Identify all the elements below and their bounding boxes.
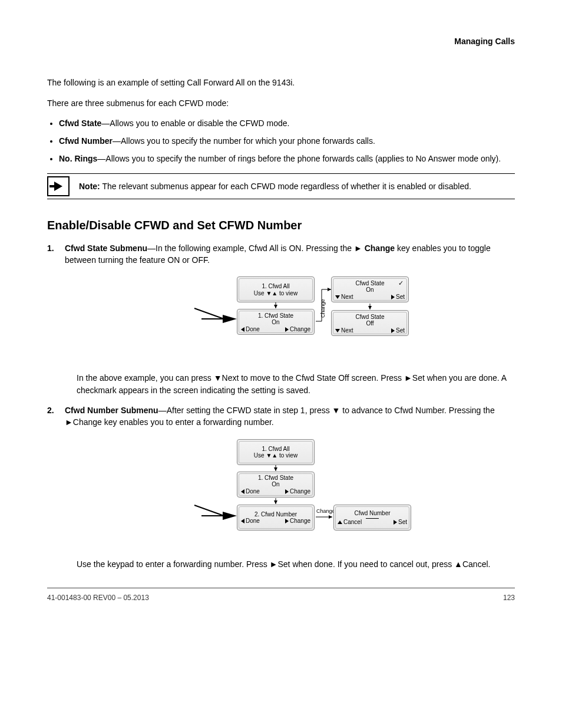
intro-line-1: The following is an example of setting C…: [47, 77, 515, 88]
page-header-right: Managing Calls: [47, 35, 515, 47]
lcd-line: 1. Cfwd All: [241, 446, 310, 453]
lcd-softkey-right: Set: [398, 519, 407, 525]
list-item: Cfwd State—Allows you to enable or disab…: [59, 117, 515, 129]
lcd-box-cfwd-state: 1. Cfwd StateOn Done Change: [237, 309, 315, 335]
lcd-line: Use ▼▲ to view: [241, 452, 310, 459]
lcd-line: Use ▼▲ to view: [241, 290, 310, 297]
diagram-cfwd-number: 1. Cfwd All Use ▼▲ to view 1. Cfwd State…: [47, 434, 515, 546]
step-label: Cfwd State Submenu: [65, 243, 147, 253]
step-body: —In the following example, Cfwd All is O…: [147, 243, 354, 253]
footer-right: 123: [503, 593, 515, 603]
lcd-softkey-left: Done: [246, 518, 260, 524]
step-1: 1. Cfwd State Submenu—In the following e…: [47, 242, 515, 266]
lcd-box-state-on: Cfwd StateOn Next ✓ Set: [331, 276, 409, 302]
desc: —Allows you to specify the number of rin…: [97, 154, 501, 163]
lcd-line: On: [366, 286, 373, 293]
edge-label-change: Change: [316, 508, 335, 515]
lcd-line: 1. Cfwd State: [258, 312, 293, 319]
lcd-box-cfwd-state: 1. Cfwd StateOn Done Change: [237, 472, 315, 498]
checkmark-icon: ✓: [398, 279, 404, 287]
lcd-line: 1. Cfwd State: [258, 475, 293, 481]
lcd-line: On: [272, 481, 279, 487]
term: No. Rings: [59, 154, 97, 163]
footer-left: 41-001483-00 REV00 – 05.2013: [47, 593, 149, 603]
step1-followup: In the above example, you can press ▼Nex…: [77, 372, 515, 396]
lcd-softkey-right: Change: [290, 518, 310, 524]
lcd-line: Off: [366, 320, 373, 327]
lcd-box-cfwd-number-entry: Cfwd Number Cancel Set: [333, 505, 411, 531]
lcd-box-cfwd-all: 1. Cfwd All Use ▼▲ to view: [237, 276, 315, 302]
page-footer: 41-001483-00 REV00 – 05.2013 123: [47, 588, 515, 603]
lcd-box-cfwd-number: 2. Cfwd Number Done Change: [237, 505, 315, 531]
list-item: Cfwd Number—Allows you to specify the nu…: [59, 135, 515, 147]
submenu-list: Cfwd State—Allows you to enable or disab…: [59, 117, 515, 165]
lcd-softkey-left: Next: [341, 327, 353, 334]
svg-line-2: [194, 308, 224, 319]
pointer-arrow-icon: [223, 315, 237, 323]
edge-label-change: Change: [319, 299, 327, 318]
intro-line-2: There are three submenus for each CFWD m…: [47, 97, 515, 109]
step-label: Cfwd Number Submenu: [65, 406, 158, 415]
desc: —Allows you to specify the number for wh…: [113, 136, 375, 146]
lcd-line: Cfwd State: [356, 314, 385, 320]
note-label: Note:: [79, 182, 100, 191]
step-inline-key: ► Change: [354, 243, 395, 253]
lcd-softkey-left: Next: [341, 294, 353, 300]
term: Cfwd Number: [59, 136, 113, 146]
lcd-line: 2. Cfwd Number: [241, 511, 310, 518]
lcd-softkey-right: Change: [290, 488, 310, 495]
lcd-line: On: [272, 319, 279, 325]
section-title: Enable/Disable CFWD and Set CFWD Number: [47, 217, 515, 234]
step-2: 2. Cfwd Number Submenu—After setting the…: [47, 404, 515, 429]
step2-followup: Use the keypad to enter a forwarding num…: [77, 558, 515, 570]
pointer-arrow-icon: [223, 512, 237, 520]
lcd-line: Cfwd Number: [354, 510, 390, 516]
lcd-softkey-left: Done: [246, 488, 260, 495]
lcd-softkey-right: Change: [290, 326, 310, 332]
step-number: 2.: [47, 404, 59, 429]
lcd-softkey-left: Cancel: [343, 519, 362, 525]
diagram-cfwd-state: 1. Cfwd All Use ▼▲ to view 1. Cfwd State…: [47, 272, 515, 354]
lcd-box-cfwd-all: 1. Cfwd All Use ▼▲ to view: [237, 439, 315, 465]
desc: —Allows you to enable or disable the CFW…: [101, 118, 289, 128]
lcd-softkey-right: Set: [396, 327, 405, 334]
note-arrow-icon: [47, 176, 70, 196]
lcd-softkey-left: Done: [246, 326, 260, 332]
term: Cfwd State: [59, 118, 101, 128]
svg-line-6: [194, 505, 224, 516]
note-block: Note: The relevant submenus appear for e…: [47, 173, 515, 199]
step-number: 1.: [47, 242, 59, 266]
note-text: The relevant submenus appear for each CF…: [102, 182, 471, 191]
lcd-line: 1. Cfwd All: [241, 283, 310, 290]
lcd-softkey-right: Set: [396, 294, 405, 300]
lcd-line: Cfwd State: [356, 280, 385, 286]
list-item: No. Rings—Allows you to specify the numb…: [59, 153, 515, 164]
lcd-box-state-off: Cfwd StateOff Next Set: [331, 310, 409, 336]
